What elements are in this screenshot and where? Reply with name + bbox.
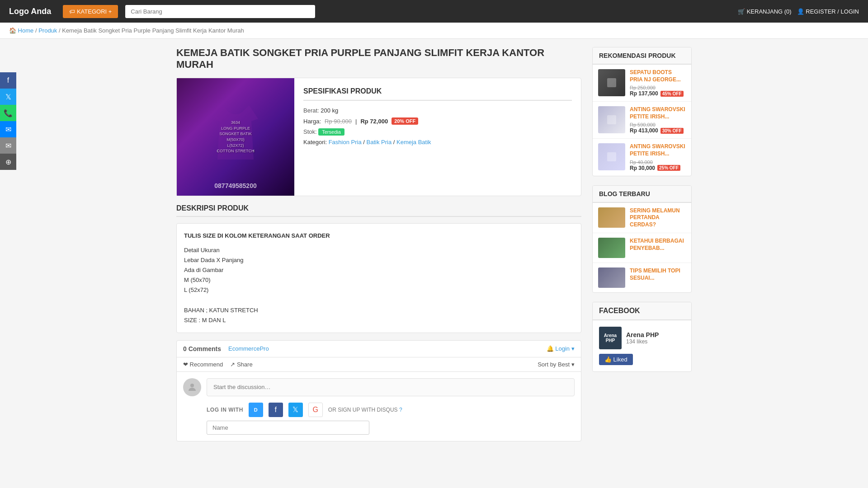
rec-price-row: Rp 30,000 25% OFF xyxy=(630,165,686,171)
cart-button[interactable]: 🛒 KERANJANG (0) xyxy=(738,8,792,15)
price-new: Rp 72,000 xyxy=(360,118,388,125)
rec-product-name: SEPATU BOOTS PRIA NJ GEORGE... xyxy=(630,69,686,83)
login-twitter-button[interactable]: 𝕏 xyxy=(288,403,303,417)
rec-product-image xyxy=(598,69,625,96)
blog-image xyxy=(598,267,625,288)
svg-rect-3 xyxy=(607,152,616,161)
content-area: KEMEJA BATIK SONGKET PRIA PURPLE PANJANG… xyxy=(176,47,581,441)
breadcrumb-produk[interactable]: Produk xyxy=(38,27,57,34)
comments-powered[interactable]: EcommercePro xyxy=(228,345,269,352)
rec-discount-badge: 25% OFF xyxy=(657,165,680,171)
desc-detail-label: Detail Ukuran xyxy=(184,245,574,255)
facebook-title: FACEBOOK xyxy=(593,302,691,320)
comments-header: 0 Comments EcommercePro 🔔 Login ▾ xyxy=(177,341,581,357)
desc-size-m: M (50x70) xyxy=(184,275,574,285)
spec-kategori: Kategori: Fashion Pria / Batik Pria / Ke… xyxy=(303,139,572,145)
discount-badge: 20% OFF xyxy=(392,117,418,125)
login-google-button[interactable]: G xyxy=(308,403,323,417)
kategori-kemeja-batik[interactable]: Kemeja Batik xyxy=(396,139,431,145)
product-watermark: 087749585200 xyxy=(177,177,294,191)
kategori-batik-pria[interactable]: Batik Pria xyxy=(367,139,392,145)
product-image-wrap: 3634LONG PURPLESONGKET BATIKM(50X70)L(52… xyxy=(177,78,294,196)
desc-lebar: Lebar Dada X Panjang xyxy=(184,255,574,265)
rec-price-new: Rp 413,000 xyxy=(630,127,658,134)
user-avatar xyxy=(183,378,201,396)
recommendation-item[interactable]: SEPATU BOOTS PRIA NJ GEORGE... Rp 250,00… xyxy=(593,65,691,102)
product-title: KEMEJA BATIK SONGKET PRIA PURPLE PANJANG… xyxy=(176,47,581,70)
share-facebook-button[interactable]: f xyxy=(0,72,16,89)
stok-badge: Tersedia xyxy=(318,128,344,136)
desc-instruction: TULIS SIZE DI KOLOM KETERANGAN SAAT ORDE… xyxy=(184,231,574,241)
navbar-right: 🛒 KERANJANG (0) 👤 REGISTER / LOGIN xyxy=(738,8,859,15)
main-container: KEMEJA BATIK SONGKET PRIA PURPLE PANJANG… xyxy=(167,47,701,441)
product-box: 3634LONG PURPLESONGKET BATIKM(50X70)L(52… xyxy=(176,78,581,196)
breadcrumb-current: Kemeja Batik Songket Pria Purple Panjang… xyxy=(62,27,244,34)
blog-image xyxy=(598,207,625,228)
spec-stok: Stok: Tersedia xyxy=(303,128,572,135)
description-title: DESKRIPSI PRODUK xyxy=(176,204,581,217)
facebook-section: FACEBOOK ArenaPHP Arena PHP 134 likes 👍 … xyxy=(592,302,692,372)
blog-title: BLOG TERBARU xyxy=(593,186,691,203)
rec-product-image xyxy=(598,143,625,170)
share-button[interactable]: ↗ Share xyxy=(230,361,252,368)
search-input[interactable] xyxy=(125,5,315,18)
fb-likes: 134 likes xyxy=(626,338,659,345)
rec-product-name: ANTING SWAROVSKI PETITE IRISH... xyxy=(630,106,686,120)
kategori-button[interactable]: 🏷 KATEGORI + xyxy=(63,5,118,18)
sort-button[interactable]: Sort by Best ▾ xyxy=(538,361,575,368)
fb-page-name: Arena PHP xyxy=(626,331,659,338)
share-email-button[interactable]: ✉ xyxy=(0,137,16,154)
share-messenger-button[interactable]: ✉ xyxy=(0,121,16,137)
blog-item-title: KETAHUI BERBAGAI PENYEBAB... xyxy=(630,238,686,258)
comments-actions: ❤ Recommend ↗ Share Sort by Best ▾ xyxy=(177,357,581,372)
share-twitter-button[interactable]: 𝕏 xyxy=(0,89,16,105)
comment-input[interactable] xyxy=(207,378,575,396)
blog-item[interactable]: SERING MELAMUN PERTANDA CERDAS? xyxy=(593,203,691,234)
login-disqus-button[interactable]: D xyxy=(249,403,263,417)
recommendations-title: REKOMENDASI PRODUK xyxy=(593,47,691,65)
specs-title: SPESIFIKASI PRODUK xyxy=(303,87,572,101)
name-input[interactable] xyxy=(207,421,369,435)
comments-login[interactable]: 🔔 Login ▾ xyxy=(547,345,575,352)
rec-product-info: ANTING SWAROVSKI PETITE IRISH... Rp 590,… xyxy=(630,106,686,134)
comment-input-area xyxy=(177,372,581,403)
social-sidebar: f 𝕏 📞 ✉ ✉ ⊕ xyxy=(0,72,16,170)
desc-bahan: BAHAN ; KATUN STRETCH xyxy=(184,305,574,315)
price-original: Rp 90,000 xyxy=(325,118,352,125)
description-content: TULIS SIZE DI KOLOM KETERANGAN SAAT ORDE… xyxy=(176,223,581,333)
svg-rect-2 xyxy=(607,115,616,124)
breadcrumb-home[interactable]: 🏠 Home xyxy=(9,27,33,34)
share-more-button[interactable]: ⊕ xyxy=(0,154,16,170)
or-signup-text: OR SIGN UP WITH DISQUS ? xyxy=(328,407,402,413)
recommend-button[interactable]: ❤ Recommend xyxy=(183,361,223,368)
desc-size-l: L (52x72) xyxy=(184,285,574,295)
comments-section: 0 Comments EcommercePro 🔔 Login ▾ ❤ Reco… xyxy=(176,340,581,441)
rec-price-original: Rp 590,000 xyxy=(630,122,686,127)
signup-help-link[interactable]: ? xyxy=(399,407,402,413)
login-with-area: LOG IN WITH D f 𝕏 G OR SIGN UP WITH DISQ… xyxy=(177,403,581,441)
rec-price-original: Rp 250,000 xyxy=(630,85,686,90)
blog-item[interactable]: KETAHUI BERBAGAI PENYEBAB... xyxy=(593,233,691,263)
fb-page-details: Arena PHP 134 likes xyxy=(626,331,659,345)
login-facebook-button[interactable]: f xyxy=(269,403,283,417)
breadcrumb: 🏠 Home / Produk / Kemeja Batik Songket P… xyxy=(0,23,868,39)
rec-product-info: ANTING SWAROVSKI PETITE IRISH... Rp 40,0… xyxy=(630,143,686,171)
rec-price-original: Rp 40,000 xyxy=(630,160,686,165)
rec-price-row: Rp 137,500 45% OFF xyxy=(630,90,686,97)
rec-discount-badge: 30% OFF xyxy=(660,128,684,134)
blog-list: SERING MELAMUN PERTANDA CERDAS? KETAHUI … xyxy=(593,203,691,293)
svg-point-0 xyxy=(190,384,194,387)
blog-item[interactable]: TIPS MEMILIH TOPI SESUAI... xyxy=(593,263,691,292)
kategori-fashion-pria[interactable]: Fashion Pria xyxy=(329,139,362,145)
register-login-button[interactable]: 👤 REGISTER / LOGIN xyxy=(797,8,859,15)
blog-image xyxy=(598,238,625,258)
blog-item-title: SERING MELAMUN PERTANDA CERDAS? xyxy=(630,207,686,229)
product-specs: SPESIFIKASI PRODUK Berat: 200 kg Harga: … xyxy=(294,78,581,196)
share-whatsapp-button[interactable]: 📞 xyxy=(0,105,16,121)
recommendation-item[interactable]: ANTING SWAROVSKI PETITE IRISH... Rp 590,… xyxy=(593,102,691,139)
recommendation-item[interactable]: ANTING SWAROVSKI PETITE IRISH... Rp 40,0… xyxy=(593,139,691,175)
spec-harga: Harga: Rp 90,000 | Rp 72,000 20% OFF xyxy=(303,117,572,125)
rec-product-name: ANTING SWAROVSKI PETITE IRISH... xyxy=(630,143,686,157)
liked-button[interactable]: 👍 Liked xyxy=(599,354,633,365)
rec-price-row: Rp 413,000 30% OFF xyxy=(630,127,686,134)
